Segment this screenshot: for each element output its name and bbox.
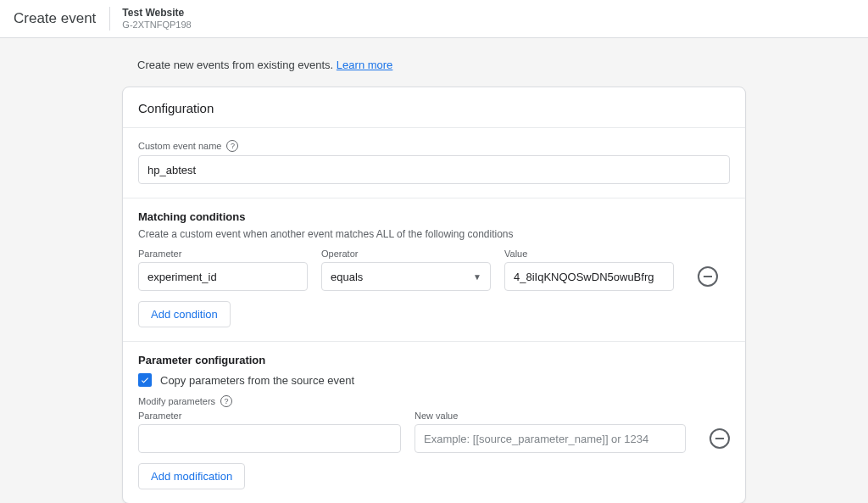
modify-parameters-label: Modify parameters ? — [138, 395, 730, 407]
minus-icon — [715, 438, 724, 439]
add-condition-button[interactable]: Add condition — [138, 301, 231, 327]
matching-title: Matching conditions — [138, 210, 730, 223]
paramcfg-title: Parameter configuration — [138, 354, 730, 366]
configuration-card: Configuration Custom event name ? Matchi… — [122, 87, 746, 503]
modify-parameters-label-text: Modify parameters — [138, 396, 215, 406]
section-parameter-configuration: Parameter configuration Copy parameters … — [123, 341, 745, 503]
card-title: Configuration — [123, 87, 745, 127]
parameter-label: Parameter — [138, 249, 308, 259]
modification-newvalue-input[interactable] — [415, 424, 686, 453]
custom-event-name-label: Custom event name ? — [138, 140, 730, 152]
custom-event-name-label-text: Custom event name — [138, 141, 221, 151]
modification-parameter-input[interactable] — [138, 424, 401, 453]
remove-modification-button[interactable] — [709, 428, 730, 449]
remove-condition-button[interactable] — [698, 266, 718, 287]
site-name: Test Website — [122, 7, 191, 20]
condition-row: Parameter Operator equals ▼ Value — [138, 249, 730, 291]
condition-operator-select[interactable]: equals ▼ — [321, 262, 491, 291]
chevron-down-icon: ▼ — [473, 272, 481, 282]
mod-newvalue-label: New value — [415, 411, 686, 421]
page-title: Create event — [14, 10, 109, 27]
copy-parameters-row: Copy parameters from the source event — [138, 373, 730, 387]
add-modification-button[interactable]: Add modification — [138, 463, 245, 489]
condition-parameter-input[interactable] — [138, 262, 308, 291]
help-icon[interactable]: ? — [226, 140, 238, 152]
section-custom-name: Custom event name ? — [123, 127, 745, 198]
condition-value-input[interactable] — [504, 262, 674, 291]
copy-parameters-checkbox[interactable] — [138, 373, 152, 387]
site-info: Test Website G-2XTNFQP198 — [122, 7, 191, 31]
operator-label: Operator — [321, 249, 491, 259]
value-label: Value — [504, 249, 674, 259]
site-id: G-2XTNFQP198 — [122, 20, 191, 31]
mod-parameter-label: Parameter — [138, 411, 401, 421]
custom-event-name-input[interactable] — [138, 155, 730, 184]
top-bar: Create event Test Website G-2XTNFQP198 — [0, 0, 868, 38]
learn-more-link[interactable]: Learn more — [337, 59, 392, 71]
minus-icon — [704, 276, 712, 277]
copy-parameters-label: Copy parameters from the source event — [160, 374, 354, 387]
intro-text-label: Create new events from existing events. — [137, 59, 333, 71]
modification-row: Parameter New value — [138, 411, 730, 453]
help-icon[interactable]: ? — [220, 395, 232, 407]
section-matching-conditions: Matching conditions Create a custom even… — [123, 198, 745, 341]
matching-desc: Create a custom event when another event… — [138, 228, 730, 240]
intro-text: Create new events from existing events. … — [122, 59, 746, 71]
check-icon — [140, 375, 150, 385]
operator-value: equals — [331, 271, 363, 283]
header-divider — [109, 7, 110, 31]
